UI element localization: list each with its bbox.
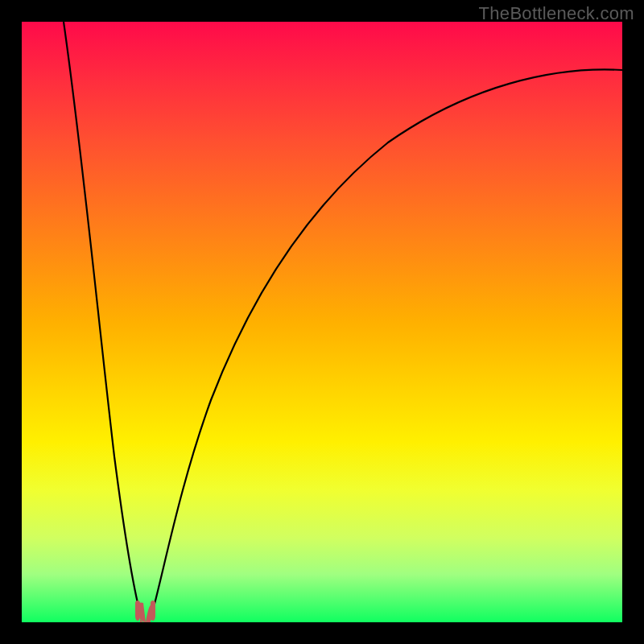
plot-area [22, 22, 622, 622]
attribution-text: TheBottleneck.com [479, 3, 634, 24]
curves-layer [22, 22, 622, 622]
left-branch-curve [64, 22, 142, 619]
right-branch-curve [151, 69, 622, 619]
chart-frame: TheBottleneck.com [0, 0, 644, 644]
minimum-nub-fill [138, 603, 154, 623]
